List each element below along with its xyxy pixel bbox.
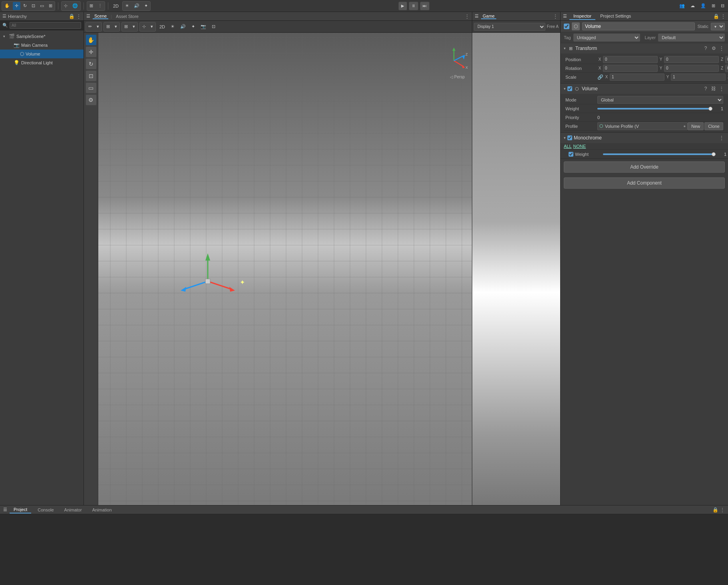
scene-select-btn[interactable]: ▾ [95,23,101,31]
scale-tool-btn[interactable]: ⊡ [30,2,37,10]
inspector-more-icon[interactable]: ⋮ [721,14,726,19]
snap-btn[interactable]: ⊞ [88,2,95,10]
rotate-tool[interactable]: ↻ [86,58,97,70]
light-btn[interactable]: ☀ [123,2,131,10]
pos-z-input[interactable] [725,56,728,63]
mode-dropdown[interactable]: Global Local [597,96,723,104]
hierarchy-search-input[interactable] [10,22,81,29]
mono-weight-thumb[interactable] [712,152,716,156]
layer-dropdown[interactable]: Default [658,34,725,42]
layers-btn[interactable]: ⊞ [710,2,717,10]
scene-draw-btn[interactable]: ✏ [86,23,94,31]
pos-x-input[interactable] [603,56,658,63]
scene-light-btn[interactable]: ☀ [169,23,177,31]
pivot-btn[interactable]: ⊹ [62,2,70,10]
inspector-tab[interactable]: Inspector [569,13,595,20]
transform-help-btn[interactable]: ? [702,45,709,52]
mono-all-btn[interactable]: ALL [564,144,572,149]
game-tab[interactable]: Game [481,14,496,19]
hand-tool-btn[interactable]: ✋ [2,2,12,10]
scene-grid-btn[interactable]: ⊞ [122,23,130,31]
custom-tool[interactable]: ⚙ [86,94,97,105]
mono-weight-checkbox[interactable] [569,152,573,157]
game-viewport[interactable] [472,33,560,505]
console-tab[interactable]: Console [34,507,58,513]
step-btn[interactable]: ⏭ [420,2,430,10]
inspector-menu-icon[interactable]: ☰ [563,14,567,19]
scene-viewport[interactable]: ✋ ✛ ↻ ⊡ ▭ ⚙ [84,33,472,505]
snap2-btn[interactable]: ⋮ [96,2,104,10]
rot-z-input[interactable] [725,65,728,72]
pause-btn[interactable]: ⏸ [409,2,418,10]
scene-snap2-btn[interactable]: ▾ [113,23,119,31]
animation-tab[interactable]: Animation [88,507,116,513]
volume-link-btn[interactable]: ⛓ [710,86,717,92]
scene-menu-icon[interactable]: ☰ [86,14,90,19]
animator-tab[interactable]: Animator [60,507,86,513]
rot-x-input[interactable] [603,65,658,72]
weight-slider-track[interactable] [597,108,712,109]
audio-btn[interactable]: 🔊 [132,2,141,10]
scene-cam-btn[interactable]: 📷 [199,23,208,31]
mono-weight-track[interactable] [603,153,715,155]
scene-audio-btn[interactable]: 🔊 [178,23,188,31]
monochrome-header[interactable]: ▾ Monochrome ⋮ [561,133,728,143]
game-more-icon[interactable]: ⋮ [553,14,558,19]
volume-help-btn[interactable]: ? [702,86,709,92]
tag-dropdown[interactable]: Untagged [573,34,640,42]
tree-item-volume[interactable]: ⬡ Volume [0,50,84,58]
tree-item-dirlight[interactable]: 💡 Directional Light [0,58,84,67]
scene-grid2-btn[interactable]: ▾ [131,23,137,31]
pos-y-input[interactable] [664,56,719,63]
bottom-menu-icon[interactable]: ☰ [3,507,7,512]
mono-active-checkbox[interactable] [567,135,572,140]
scl-y-input[interactable] [671,74,726,81]
volume-more-btn[interactable]: ⋮ [718,86,725,92]
transform-more-btn[interactable]: ⋮ [718,45,725,52]
transform-tool-btn[interactable]: ⊞ [47,2,54,10]
weight-slider-thumb[interactable] [708,107,712,111]
global-btn[interactable]: 🌐 [70,2,80,10]
scale-tool[interactable]: ⊡ [86,70,97,82]
inspector-lock-icon[interactable]: 🔒 [713,14,719,19]
profile-clone-btn[interactable]: Clone [704,122,723,130]
scene-2d-btn[interactable]: 2D [157,23,167,31]
scene-gizmo-btn[interactable]: ⊡ [210,23,217,31]
volume-header[interactable]: ▾ ⬡ Volume ? ⛓ ⋮ [561,84,728,94]
scene-vis2-btn[interactable]: ▾ [149,23,155,31]
object-active-checkbox[interactable] [564,24,569,29]
bottom-more-icon[interactable]: ⋮ [720,507,725,513]
hierarchy-lock-icon[interactable]: 🔒 [69,14,75,19]
static-dropdown[interactable]: ▾ [711,23,725,30]
rect-tool-btn[interactable]: ▭ [38,2,46,10]
mono-none-btn[interactable]: NONE [573,144,586,149]
rot-y-input[interactable] [664,65,719,72]
project-tab[interactable]: Project [10,506,31,513]
move-tool-btn[interactable]: ✛ [13,2,20,10]
project-settings-tab[interactable]: Project Settings [596,13,635,20]
add-component-btn[interactable]: Add Component [564,177,725,189]
scene-snap-btn[interactable]: ⊞ [104,23,112,31]
hierarchy-menu-icon[interactable]: ☰ [2,14,6,19]
scene-tab[interactable]: Scene [93,14,108,19]
2d-toggle-btn[interactable]: 2D [111,2,121,10]
hand-tool[interactable]: ✋ [86,34,97,46]
profile-new-btn[interactable]: New [688,122,704,130]
account-btn[interactable]: 👤 [698,2,708,10]
rect-tool[interactable]: ▭ [86,82,97,94]
tree-item-maincamera[interactable]: 📷 Main Camera [0,41,84,50]
add-override-btn[interactable]: Add Override [564,161,725,173]
layout-btn[interactable]: ⊟ [719,2,726,10]
volume-active-checkbox[interactable] [567,86,572,91]
scene-fx-btn[interactable]: ✦ [189,23,197,31]
object-name-input[interactable] [582,22,695,30]
scene-more-icon[interactable]: ⋮ [465,14,469,19]
hierarchy-more-icon[interactable]: ⋮ [76,14,81,19]
bottom-lock-icon[interactable]: 🔒 [712,507,718,513]
asset-store-tab[interactable]: Asset Store [114,14,140,19]
rotate-tool-btn[interactable]: ↻ [21,2,29,10]
play-btn[interactable]: ▶ [398,2,407,10]
scene-vis-btn[interactable]: ⊹ [140,23,148,31]
transform-settings-btn[interactable]: ⚙ [710,45,717,52]
mono-more-btn[interactable]: ⋮ [718,135,725,141]
